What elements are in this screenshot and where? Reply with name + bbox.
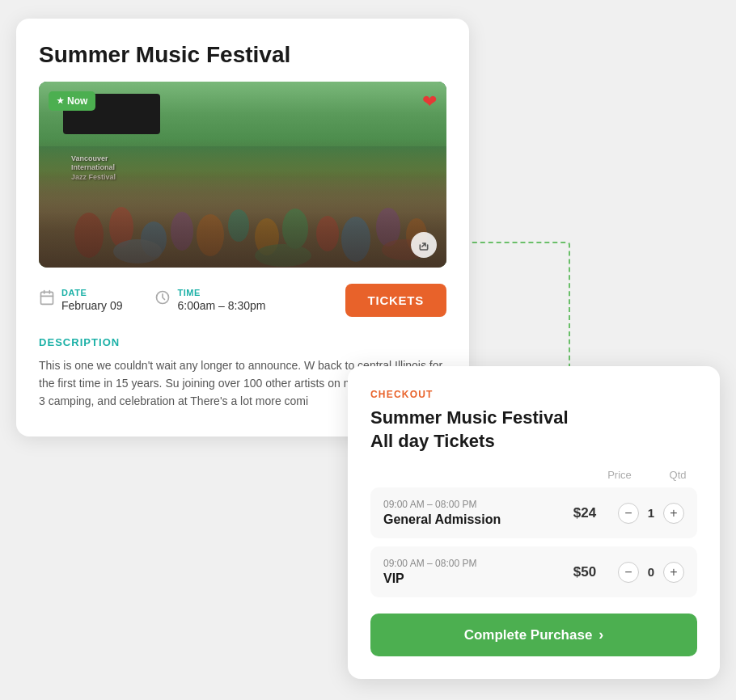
meta-row: DATE February 09 TIME 6:00am – 8:30pm TI… [39, 284, 446, 317]
ticket-name-general: General Admission [383, 512, 565, 527]
chevron-right-icon: › [599, 626, 603, 643]
ticket-price-vip: $50 [565, 564, 605, 580]
svg-point-8 [316, 216, 339, 251]
qty-decrease-vip[interactable]: − [618, 562, 639, 583]
clock-icon [154, 289, 171, 310]
description-label: DESCRIPTION [39, 336, 446, 348]
qty-value-general: 1 [645, 506, 657, 520]
scene: Summer Music Festival VancouverInternati… [16, 19, 720, 681]
qty-decrease-general[interactable]: − [618, 503, 639, 524]
price-header: Price [603, 469, 636, 481]
ticket-info-general: 09:00 AM – 08:00 PM General Admission [383, 499, 565, 527]
ticket-name-vip: VIP [383, 571, 565, 586]
ticket-time-vip: 09:00 AM – 08:00 PM [383, 558, 565, 569]
ticket-info-vip: 09:00 AM – 08:00 PM VIP [383, 558, 565, 586]
qty-header: Qtd [662, 469, 694, 481]
qty-control-general: − 1 + [618, 503, 684, 524]
checkout-card: CHECKOUT Summer Music Festival All day T… [348, 366, 720, 679]
svg-point-1 [109, 207, 133, 247]
svg-rect-15 [41, 292, 53, 304]
complete-purchase-button[interactable]: Complete Purchase › [370, 614, 697, 656]
checkout-label: CHECKOUT [370, 389, 697, 400]
qty-increase-general[interactable]: + [663, 503, 684, 524]
complete-purchase-label: Complete Purchase [464, 627, 593, 643]
ticket-row-vip: 09:00 AM – 08:00 PM VIP $50 − 0 + [370, 546, 697, 597]
calendar-icon [39, 289, 55, 310]
svg-point-12 [113, 239, 162, 264]
svg-point-10 [376, 208, 400, 247]
ticket-price-general: $24 [565, 505, 605, 521]
time-value: 6:00am – 8:30pm [177, 299, 265, 312]
qty-value-vip: 0 [645, 565, 657, 579]
ticket-row-general: 09:00 AM – 08:00 PM General Admission $2… [370, 487, 697, 538]
ticket-table-header: Price Qtd [370, 469, 697, 481]
date-label: DATE [61, 288, 122, 297]
ticket-time-general: 09:00 AM – 08:00 PM [383, 499, 565, 510]
svg-point-6 [255, 218, 279, 255]
svg-point-0 [74, 213, 104, 258]
qty-control-vip: − 0 + [618, 562, 684, 583]
svg-point-4 [197, 214, 224, 256]
share-button[interactable] [411, 232, 437, 258]
event-title: Summer Music Festival [39, 41, 446, 69]
checkout-title: Summer Music Festival All day Tickets [370, 407, 697, 453]
event-image: VancouverInternationalJazz Festival [39, 82, 446, 268]
now-badge: Now [49, 91, 95, 111]
svg-point-2 [141, 221, 167, 257]
tickets-button[interactable]: TICKETS [345, 284, 446, 317]
time-meta: TIME 6:00am – 8:30pm [154, 288, 265, 312]
svg-point-13 [255, 244, 311, 267]
svg-point-9 [341, 217, 370, 262]
time-label: TIME [177, 288, 265, 297]
date-meta: DATE February 09 [39, 288, 122, 312]
svg-point-5 [228, 209, 249, 242]
qty-increase-vip[interactable]: + [663, 562, 684, 583]
svg-point-3 [171, 212, 193, 251]
svg-point-7 [282, 209, 308, 249]
date-value: February 09 [61, 299, 122, 312]
favorite-button[interactable]: ❤ [422, 91, 437, 112]
